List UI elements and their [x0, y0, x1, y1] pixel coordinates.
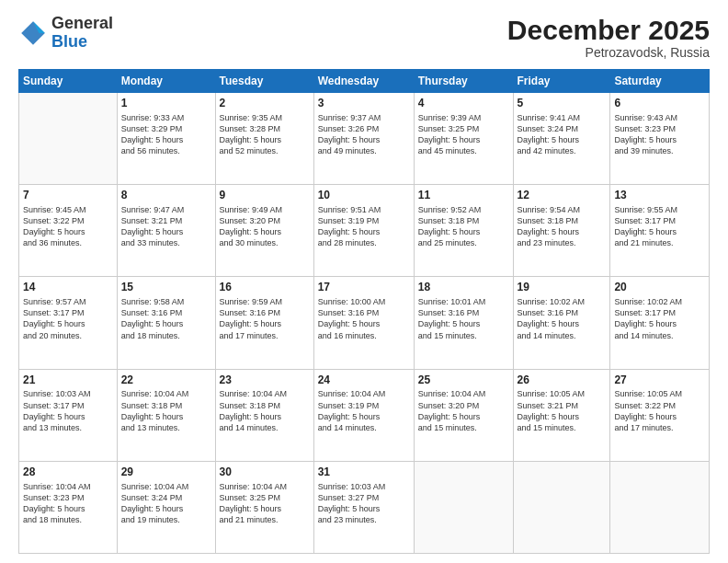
day-info: Sunrise: 9:37 AM Sunset: 3:26 PM Dayligh… [318, 112, 410, 157]
day-number: 6 [614, 96, 705, 111]
day-number: 10 [318, 188, 410, 203]
calendar-cell: 13Sunrise: 9:55 AM Sunset: 3:17 PM Dayli… [610, 185, 710, 277]
day-info: Sunrise: 10:04 AM Sunset: 3:25 PM Daylig… [220, 481, 310, 526]
logo-text: General Blue [51, 15, 113, 52]
calendar-cell: 12Sunrise: 9:54 AM Sunset: 3:18 PM Dayli… [513, 185, 610, 277]
day-number: 7 [23, 188, 113, 203]
calendar-cell: 5Sunrise: 9:41 AM Sunset: 3:24 PM Daylig… [513, 93, 610, 185]
calendar-cell: 7Sunrise: 9:45 AM Sunset: 3:22 PM Daylig… [19, 185, 118, 277]
calendar-cell: 23Sunrise: 10:04 AM Sunset: 3:18 PM Dayl… [215, 369, 313, 461]
calendar-cell: 29Sunrise: 10:04 AM Sunset: 3:24 PM Dayl… [117, 461, 215, 553]
day-number: 16 [220, 280, 310, 295]
header: General Blue December 2025 Petrozavodsk,… [18, 15, 710, 60]
title-section: December 2025 Petrozavodsk, Russia [507, 15, 710, 60]
day-info: Sunrise: 9:52 AM Sunset: 3:18 PM Dayligh… [418, 204, 509, 249]
weekday-header-tuesday: Tuesday [215, 70, 313, 93]
calendar-cell [513, 461, 610, 553]
calendar-week-4: 21Sunrise: 10:03 AM Sunset: 3:17 PM Dayl… [19, 369, 710, 461]
calendar-cell: 31Sunrise: 10:03 AM Sunset: 3:27 PM Dayl… [313, 461, 414, 553]
calendar-cell: 15Sunrise: 9:58 AM Sunset: 3:16 PM Dayli… [117, 277, 215, 369]
day-number: 17 [318, 280, 410, 295]
day-info: Sunrise: 9:33 AM Sunset: 3:29 PM Dayligh… [121, 112, 211, 157]
day-number: 29 [121, 465, 211, 480]
day-number: 1 [121, 96, 211, 111]
calendar-header: SundayMondayTuesdayWednesdayThursdayFrid… [19, 70, 710, 93]
day-number: 26 [518, 373, 607, 388]
day-number: 12 [518, 188, 607, 203]
day-number: 5 [518, 96, 607, 111]
calendar-cell: 10Sunrise: 9:51 AM Sunset: 3:19 PM Dayli… [313, 185, 414, 277]
day-info: Sunrise: 10:04 AM Sunset: 3:23 PM Daylig… [23, 481, 113, 526]
calendar-cell: 30Sunrise: 10:04 AM Sunset: 3:25 PM Dayl… [215, 461, 313, 553]
weekday-header-sunday: Sunday [19, 70, 118, 93]
day-info: Sunrise: 9:35 AM Sunset: 3:28 PM Dayligh… [220, 112, 310, 157]
calendar-cell: 3Sunrise: 9:37 AM Sunset: 3:26 PM Daylig… [313, 93, 414, 185]
calendar-cell: 22Sunrise: 10:04 AM Sunset: 3:18 PM Dayl… [117, 369, 215, 461]
day-info: Sunrise: 9:45 AM Sunset: 3:22 PM Dayligh… [23, 204, 113, 249]
calendar-cell: 25Sunrise: 10:04 AM Sunset: 3:20 PM Dayl… [414, 369, 513, 461]
calendar-cell [610, 461, 710, 553]
day-number: 8 [121, 188, 211, 203]
calendar-cell: 1Sunrise: 9:33 AM Sunset: 3:29 PM Daylig… [117, 93, 215, 185]
weekday-row: SundayMondayTuesdayWednesdayThursdayFrid… [19, 70, 710, 93]
day-info: Sunrise: 10:03 AM Sunset: 3:17 PM Daylig… [23, 388, 113, 433]
day-info: Sunrise: 10:03 AM Sunset: 3:27 PM Daylig… [318, 481, 410, 526]
calendar-cell: 11Sunrise: 9:52 AM Sunset: 3:18 PM Dayli… [414, 185, 513, 277]
weekday-header-monday: Monday [117, 70, 215, 93]
day-number: 11 [418, 188, 509, 203]
day-info: Sunrise: 9:58 AM Sunset: 3:16 PM Dayligh… [121, 296, 211, 341]
day-number: 3 [318, 96, 410, 111]
day-number: 20 [614, 280, 705, 295]
day-number: 24 [318, 373, 410, 388]
calendar-table: SundayMondayTuesdayWednesdayThursdayFrid… [18, 69, 710, 554]
day-number: 14 [23, 280, 113, 295]
day-number: 19 [518, 280, 607, 295]
day-info: Sunrise: 10:05 AM Sunset: 3:21 PM Daylig… [518, 388, 607, 433]
day-number: 31 [318, 465, 410, 480]
day-info: Sunrise: 10:04 AM Sunset: 3:20 PM Daylig… [418, 388, 509, 433]
calendar-cell: 17Sunrise: 10:00 AM Sunset: 3:16 PM Dayl… [313, 277, 414, 369]
calendar-cell: 27Sunrise: 10:05 AM Sunset: 3:22 PM Dayl… [610, 369, 710, 461]
logo-blue-text: Blue [51, 32, 87, 51]
calendar-cell: 28Sunrise: 10:04 AM Sunset: 3:23 PM Dayl… [19, 461, 118, 553]
day-number: 9 [220, 188, 310, 203]
calendar-cell: 18Sunrise: 10:01 AM Sunset: 3:16 PM Dayl… [414, 277, 513, 369]
location: Petrozavodsk, Russia [507, 45, 710, 60]
day-info: Sunrise: 9:49 AM Sunset: 3:20 PM Dayligh… [220, 204, 310, 249]
calendar-week-5: 28Sunrise: 10:04 AM Sunset: 3:23 PM Dayl… [19, 461, 710, 553]
day-number: 22 [121, 373, 211, 388]
logo: General Blue [18, 15, 113, 52]
calendar-cell: 19Sunrise: 10:02 AM Sunset: 3:16 PM Dayl… [513, 277, 610, 369]
day-info: Sunrise: 10:04 AM Sunset: 3:19 PM Daylig… [318, 388, 410, 433]
calendar-cell [19, 93, 118, 185]
day-info: Sunrise: 9:55 AM Sunset: 3:17 PM Dayligh… [614, 204, 705, 249]
weekday-header-friday: Friday [513, 70, 610, 93]
day-info: Sunrise: 10:04 AM Sunset: 3:18 PM Daylig… [220, 388, 310, 433]
calendar-cell: 9Sunrise: 9:49 AM Sunset: 3:20 PM Daylig… [215, 185, 313, 277]
calendar-cell: 20Sunrise: 10:02 AM Sunset: 3:17 PM Dayl… [610, 277, 710, 369]
calendar-cell: 6Sunrise: 9:43 AM Sunset: 3:23 PM Daylig… [610, 93, 710, 185]
page: General Blue December 2025 Petrozavodsk,… [0, 0, 728, 563]
day-info: Sunrise: 9:41 AM Sunset: 3:24 PM Dayligh… [518, 112, 607, 157]
day-number: 15 [121, 280, 211, 295]
day-number: 28 [23, 465, 113, 480]
day-info: Sunrise: 10:02 AM Sunset: 3:16 PM Daylig… [518, 296, 607, 341]
day-info: Sunrise: 9:43 AM Sunset: 3:23 PM Dayligh… [614, 112, 705, 157]
day-info: Sunrise: 9:54 AM Sunset: 3:18 PM Dayligh… [518, 204, 607, 249]
logo-general-text: General [51, 14, 113, 32]
day-info: Sunrise: 9:39 AM Sunset: 3:25 PM Dayligh… [418, 112, 509, 157]
day-number: 13 [614, 188, 705, 203]
calendar-week-1: 1Sunrise: 9:33 AM Sunset: 3:29 PM Daylig… [19, 93, 710, 185]
day-number: 18 [418, 280, 509, 295]
calendar-cell: 14Sunrise: 9:57 AM Sunset: 3:17 PM Dayli… [19, 277, 118, 369]
calendar-week-2: 7Sunrise: 9:45 AM Sunset: 3:22 PM Daylig… [19, 185, 710, 277]
calendar-cell: 21Sunrise: 10:03 AM Sunset: 3:17 PM Dayl… [19, 369, 118, 461]
weekday-header-thursday: Thursday [414, 70, 513, 93]
day-info: Sunrise: 9:51 AM Sunset: 3:19 PM Dayligh… [318, 204, 410, 249]
month-year: December 2025 [507, 15, 710, 45]
day-info: Sunrise: 10:04 AM Sunset: 3:18 PM Daylig… [121, 388, 211, 433]
day-number: 2 [220, 96, 310, 111]
logo-icon [18, 18, 48, 48]
day-info: Sunrise: 9:57 AM Sunset: 3:17 PM Dayligh… [23, 296, 113, 341]
calendar-body: 1Sunrise: 9:33 AM Sunset: 3:29 PM Daylig… [19, 93, 710, 554]
